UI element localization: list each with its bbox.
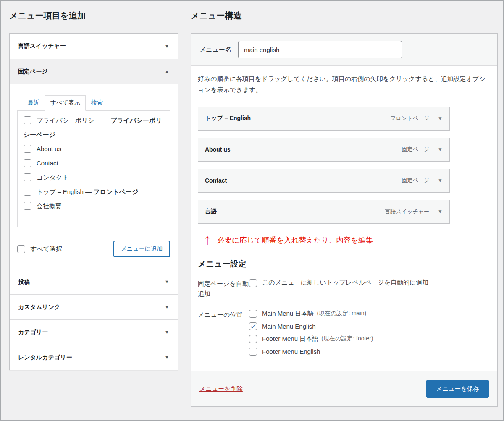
chevron-down-icon: ▼ <box>165 44 169 49</box>
menu-name-input[interactable] <box>238 41 402 58</box>
drag-instructions: 好みの順番に各項目をドラッグしてください。項目の右側の矢印をクリックすると、追加… <box>198 73 491 96</box>
select-all-control[interactable]: すべて選択 <box>17 245 62 253</box>
auto-add-label: 固定ページを自動追加 <box>198 279 249 299</box>
page-item-checkbox[interactable] <box>24 202 32 210</box>
menu-item-title: Contact <box>205 177 227 184</box>
accordion-label: 固定ページ <box>18 68 48 76</box>
menu-structure-panel: メニュー名 好みの順番に各項目をドラッグしてください。項目の右側の矢印をクリック… <box>191 33 498 407</box>
auto-add-row: 固定ページを自動追加 このメニューに新しいトップレベルページを自動的に追加 <box>198 279 491 299</box>
accordion-label: レンタルカテゴリー <box>18 354 72 361</box>
delete-menu-link[interactable]: メニューを削除 <box>200 385 243 393</box>
menu-item-type: 固定ページ <box>402 146 430 153</box>
menu-item-meta: 固定ページ ▼ <box>402 146 443 153</box>
page-item-label: プライバシーポリシー — <box>37 117 110 124</box>
page-checkbox-item: About us <box>24 142 164 156</box>
page-item-checkbox[interactable] <box>24 116 32 124</box>
chevron-down-icon: ▼ <box>165 305 169 309</box>
location-checkbox[interactable] <box>249 310 257 318</box>
menu-locations-list: Main Menu 日本語 (現在の設定: main) Main Menu En… <box>249 310 373 360</box>
accordion-label: カテゴリー <box>18 329 48 336</box>
menu-item[interactable]: 言語 言語スイッチャー ▼ <box>198 200 450 224</box>
section-divider <box>191 248 497 248</box>
accordion-custom-links[interactable]: カスタムリンク ▼ <box>10 294 178 319</box>
accordion-label: カスタムリンク <box>18 303 60 311</box>
add-to-menu-button[interactable]: メニューに追加 <box>113 241 170 257</box>
pages-checklist: プライバシーポリシー — プライバシーポリシーページ About us Cont… <box>17 110 170 227</box>
menu-item[interactable]: Contact 固定ページ ▼ <box>198 169 450 193</box>
annotation-text: 必要に応じて順番を入れ替えたり、内容を編集 <box>217 235 373 246</box>
chevron-down-icon[interactable]: ▼ <box>438 115 443 121</box>
save-menu-button[interactable]: メニューを保存 <box>426 380 489 398</box>
page-checkbox-item: コンタクト <box>24 170 164 185</box>
tab-view-all[interactable]: すべて表示 <box>45 95 86 111</box>
chevron-up-icon: ▲ <box>165 69 169 74</box>
select-all-row: すべて選択 メニューに追加 <box>17 241 170 257</box>
auto-add-option[interactable]: このメニューに新しいトップレベルページを自動的に追加 <box>249 279 428 287</box>
location-option-footer-ja[interactable]: Footer Menu 日本語 (現在の設定: footer) <box>249 335 373 343</box>
chevron-down-icon: ▼ <box>165 355 169 360</box>
select-all-checkbox[interactable] <box>17 245 25 253</box>
page-item-label: コンタクト <box>37 174 69 181</box>
page-item-label: About us <box>37 145 61 152</box>
chevron-down-icon[interactable]: ▼ <box>438 209 443 214</box>
chevron-down-icon: ▼ <box>165 330 169 335</box>
menu-item-meta: 言語スイッチャー ▼ <box>385 208 443 215</box>
page-item-label: 会社概要 <box>37 202 62 209</box>
page-item-checkbox[interactable] <box>24 159 32 167</box>
menu-item-type: 言語スイッチャー <box>385 208 430 215</box>
location-label: Main Menu English <box>262 323 316 330</box>
menu-name-label: メニュー名 <box>200 46 231 54</box>
pages-tabs: 最近 すべて表示 検索 <box>17 95 170 110</box>
accordion-posts[interactable]: 投稿 ▼ <box>10 269 178 294</box>
page-checkbox-item: Contact <box>24 156 164 170</box>
location-checkbox[interactable] <box>249 335 257 343</box>
tutorial-annotation-area: ↑ 必要に応じて順番を入れ替えたり、内容を編集 <box>198 231 491 258</box>
accordion-language-switcher[interactable]: 言語スイッチャー ▼ <box>10 34 178 59</box>
tutorial-annotation: ↑ 必要に応じて順番を入れ替えたり、内容を編集 <box>204 233 373 246</box>
accordion-rental-categories[interactable]: レンタルカテゴリー ▼ <box>10 345 178 370</box>
location-label: Main Menu 日本語 <box>262 310 314 318</box>
tab-search[interactable]: 検索 <box>86 95 108 110</box>
location-label: Footer Menu English <box>262 348 320 355</box>
pages-accordion-body: 最近 すべて表示 検索 プライバシーポリシー — プライバシーポリシーページ A… <box>10 84 178 269</box>
location-option-footer-en[interactable]: Footer Menu English <box>249 348 373 356</box>
location-note: (現在の設定: footer) <box>321 335 373 343</box>
page-item-checkbox[interactable] <box>24 188 32 196</box>
menu-structure-body: 好みの順番に各項目をドラッグしてください。項目の右側の矢印をクリックすると、追加… <box>191 66 497 360</box>
page-item-label-bold: フロントページ <box>93 188 138 195</box>
location-label: Footer Menu 日本語 <box>262 335 318 343</box>
location-option-main-en[interactable]: Main Menu English <box>249 322 373 330</box>
menu-structure-title: メニュー構造 <box>191 10 498 21</box>
accordion-pages[interactable]: 固定ページ ▲ <box>10 59 178 84</box>
menu-item[interactable]: トップ – English フロントページ ▼ <box>198 107 450 131</box>
page-item-label: トップ – English — <box>37 188 93 195</box>
location-note: (現在の設定: main) <box>317 310 366 317</box>
chevron-down-icon: ▼ <box>165 280 169 284</box>
accordion-label: 投稿 <box>18 278 30 286</box>
auto-add-checkbox[interactable] <box>249 279 257 287</box>
page-item-checkbox[interactable] <box>24 145 32 153</box>
accordion-label: 言語スイッチャー <box>18 42 66 50</box>
auto-add-checkbox-label: このメニューに新しいトップレベルページを自動的に追加 <box>262 279 428 287</box>
page-checkbox-item: 会社概要 <box>24 199 164 213</box>
menu-item-title: 言語 <box>205 208 217 215</box>
menu-item-type: 固定ページ <box>402 177 430 184</box>
up-arrow-icon: ↑ <box>204 233 211 246</box>
menu-item[interactable]: About us 固定ページ ▼ <box>198 138 450 162</box>
page-item-checkbox[interactable] <box>24 173 32 181</box>
chevron-down-icon[interactable]: ▼ <box>438 178 443 183</box>
page-item-label: Contact <box>37 160 58 167</box>
auto-add-control: このメニューに新しいトップレベルページを自動的に追加 <box>249 279 428 299</box>
location-checkbox[interactable] <box>249 322 257 330</box>
tab-recent[interactable]: 最近 <box>22 95 45 110</box>
menu-name-row: メニュー名 <box>191 34 497 66</box>
chevron-down-icon[interactable]: ▼ <box>438 146 443 152</box>
select-all-label: すべて選択 <box>30 245 62 253</box>
location-option-main-ja[interactable]: Main Menu 日本語 (現在の設定: main) <box>249 310 373 318</box>
menu-item-meta: 固定ページ ▼ <box>402 177 443 184</box>
wp-menu-editor-screen: メニュー項目を追加 言語スイッチャー ▼ 固定ページ ▲ 最近 すべて表示 検索… <box>0 0 504 421</box>
menu-locations-row: メニューの位置 Main Menu 日本語 (現在の設定: main) Main… <box>198 310 491 360</box>
location-checkbox[interactable] <box>249 348 257 356</box>
add-items-accordion: 言語スイッチャー ▼ 固定ページ ▲ 最近 すべて表示 検索 プライバシーポリシ… <box>9 33 178 370</box>
accordion-categories[interactable]: カテゴリー ▼ <box>10 319 178 345</box>
